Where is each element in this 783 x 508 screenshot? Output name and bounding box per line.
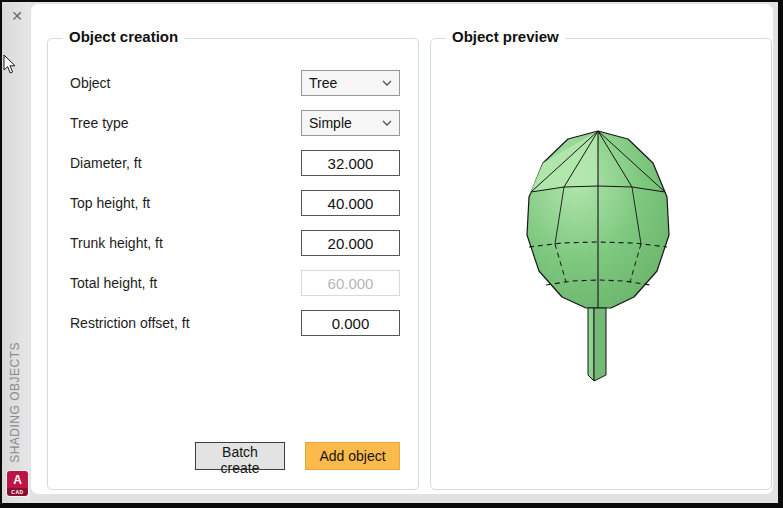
diameter-input[interactable] [301,150,400,176]
button-row: Batch create Add object [195,442,400,470]
form-row: Trunk height, ft [70,229,400,257]
mouse-cursor-icon [3,54,17,75]
trunk-height-label: Trunk height, ft [70,235,163,251]
tree-type-label: Tree type [70,115,129,131]
tree-preview-render [491,119,711,409]
palette-sidebar: ✕ SHADING OBJECTS A CAD [2,2,30,503]
form-row: Diameter, ft [70,149,400,177]
tree-type-select[interactable]: Simple [301,110,400,136]
object-select[interactable]: Tree [301,70,400,96]
form-row: Tree type Simple [70,109,400,137]
diameter-label: Diameter, ft [70,155,142,171]
object-creation-group: Object creation Object Tree Tree type Si… [47,38,419,490]
tree-trunk-front-face [594,308,606,381]
trunk-height-input[interactable] [301,230,400,256]
palette-title: SHADING OBJECTS [8,342,22,463]
shading-objects-palette: ✕ SHADING OBJECTS A CAD Object creation … [0,0,783,508]
object-preview-title: Object preview [446,28,565,45]
object-label: Object [70,75,110,91]
form-row: Total height, ft [70,269,400,297]
total-height-label: Total height, ft [70,275,157,291]
form-row: Object Tree [70,69,400,97]
chevron-down-icon [382,80,392,86]
restriction-offset-label: Restriction offset, ft [70,315,190,331]
palette-client-area: Object creation Object Tree Tree type Si… [30,3,774,495]
add-object-button[interactable]: Add object [305,442,400,470]
object-creation-title: Object creation [63,28,184,45]
close-icon[interactable]: ✕ [9,8,25,24]
tree-trunk-left-face [588,308,594,381]
autocad-logo-icon[interactable]: A CAD [7,471,28,496]
object-preview-group: Object preview [430,38,772,490]
chevron-down-icon [382,120,392,126]
total-height-input [301,270,400,296]
batch-create-button[interactable]: Batch create [195,442,285,470]
top-height-label: Top height, ft [70,195,150,211]
restriction-offset-input[interactable] [301,310,400,336]
form-row: Top height, ft [70,189,400,217]
top-height-input[interactable] [301,190,400,216]
form-row: Restriction offset, ft [70,309,400,337]
